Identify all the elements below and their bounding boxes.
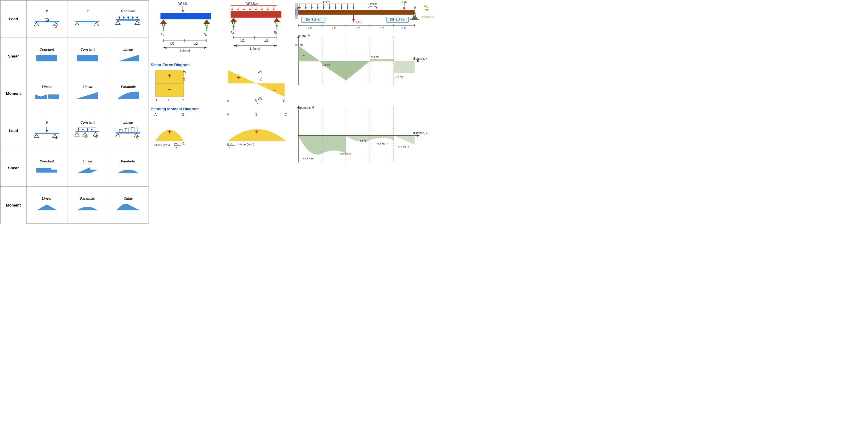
- svg-text:Mmax (kNm): Mmax (kNm): [155, 144, 170, 147]
- label-const-s2c1: Constant: [27, 160, 66, 163]
- svg-rect-23: [36, 55, 57, 61]
- label-const-l2c2: Constant: [68, 121, 107, 124]
- svg-text:A: A: [227, 113, 229, 116]
- svg-marker-22: [135, 21, 140, 25]
- svg-marker-66: [77, 167, 90, 173]
- row-label-shear1: Shear: [1, 38, 27, 75]
- svg-marker-198: [375, 6, 377, 9]
- table-section: Load 0 M: [0, 0, 149, 224]
- svg-marker-47: [74, 132, 79, 136]
- svg-text:C: C: [285, 113, 287, 116]
- svg-text:+: +: [303, 54, 305, 57]
- svg-marker-51: [93, 132, 98, 136]
- cell-moment2-col1: Linear: [26, 186, 67, 224]
- svg-text:WL: WL: [174, 142, 178, 145]
- svg-text:L/2: L/2: [240, 39, 245, 42]
- label-parabolic-m2c2: Parabolic: [68, 197, 107, 200]
- svg-text:─: ─: [259, 100, 261, 103]
- right-analysis-diagram: 5 kN/m 2 kN-m 4 kN A B RA=8.8 kN: [294, 1, 434, 224]
- shape-linear-shear2: [74, 163, 101, 176]
- shape-moment-beam: M: [33, 12, 60, 29]
- svg-marker-98: [237, 9, 239, 11]
- shape-triangular-load: [115, 124, 142, 141]
- svg-marker-32: [45, 130, 48, 133]
- svg-marker-16: [132, 17, 134, 19]
- middle-section: W kN Ra Rc: [149, 0, 292, 224]
- svg-rect-46: [75, 131, 99, 132]
- svg-marker-36: [53, 134, 57, 138]
- shape-parabolic-moment: [115, 89, 142, 102]
- svg-marker-44: [91, 129, 93, 131]
- svg-marker-25: [118, 55, 139, 61]
- svg-text:moment, M: moment, M: [299, 106, 314, 109]
- svg-text:RA=8.8 kN: RA=8.8 kN: [306, 18, 321, 22]
- shape-parabolic-shear: [115, 163, 142, 176]
- cell-moment2-col3: Cubic: [108, 186, 149, 224]
- svg-text:Positive sign: Positive sign: [422, 15, 434, 19]
- svg-marker-18: [136, 17, 138, 19]
- svg-marker-131: [234, 44, 237, 47]
- svg-text:RB=3.2 kN: RB=3.2 kN: [390, 18, 405, 22]
- shape-rect-shear2: [74, 51, 101, 65]
- svg-text:A: A: [155, 113, 157, 116]
- svg-text:2 m: 2 m: [379, 27, 384, 30]
- svg-marker-7: [74, 22, 79, 26]
- svg-text:C: C: [283, 99, 285, 103]
- svg-text:+: +: [425, 8, 427, 11]
- label-const-s2: Constant: [68, 48, 107, 51]
- main-table: Load 0 M: [0, 0, 149, 224]
- svg-text:−: −: [167, 86, 172, 93]
- svg-marker-186: [323, 7, 324, 9]
- shear-title: Shear Force Diagram: [151, 63, 190, 67]
- svg-text:+: +: [167, 72, 172, 79]
- cell-moment2-col2: Parabolic: [67, 186, 108, 224]
- svg-rect-255: [394, 61, 414, 73]
- svg-text:Rc: Rc: [204, 33, 207, 36]
- label-parabolic-m1: Parabolic: [108, 85, 148, 89]
- cell-load1-col2: 0: [67, 1, 108, 38]
- svg-text:0.8 kN: 0.8 kN: [371, 55, 379, 58]
- label-cubic-m2c3: Cubic: [108, 197, 148, 200]
- moment-title: Bending Moment Diagram: [151, 107, 199, 111]
- svg-text:W: W: [183, 70, 186, 74]
- svg-marker-192: [341, 7, 342, 9]
- svg-text:8: 8: [229, 146, 230, 148]
- svg-text:3.2 kN: 3.2 kN: [395, 75, 403, 78]
- main-container: Load 0 M: [0, 0, 434, 224]
- label-0-2: 0: [68, 9, 107, 12]
- svg-marker-21: [116, 21, 120, 25]
- svg-text:B: B: [414, 6, 416, 10]
- cell-moment1-col2: Linear: [67, 75, 108, 112]
- svg-point-48: [85, 136, 87, 137]
- svg-text:L/2: L/2: [170, 42, 175, 45]
- svg-text:4: 4: [176, 146, 177, 148]
- svg-text:2 m: 2 m: [355, 27, 360, 30]
- svg-marker-102: [249, 9, 251, 11]
- svg-marker-132: [274, 44, 277, 47]
- row-label-moment2: Moment: [1, 186, 27, 224]
- left-bmd: + A B C Mmax (kNm) → WL 4: [154, 113, 215, 148]
- svg-marker-4: [53, 22, 58, 26]
- cell-shear1-col3: Linear: [108, 38, 149, 75]
- svg-marker-184: [317, 7, 318, 9]
- svg-text:distance, x: distance, x: [413, 131, 428, 135]
- svg-text:shear, V: shear, V: [299, 34, 310, 37]
- shape-linear-moment2: [33, 200, 60, 214]
- svg-text:B: B: [168, 98, 170, 102]
- label-linear-m2c1: Linear: [27, 197, 66, 200]
- svg-marker-8: [94, 22, 99, 26]
- svg-text:← Mmax (kNm): ← Mmax (kNm): [235, 143, 254, 146]
- cell-shear2-col2: Linear: [67, 149, 108, 186]
- cell-load1-col3: Constant: [108, 1, 149, 38]
- cell-moment1-col1: Linear: [26, 75, 67, 112]
- svg-marker-10: [118, 17, 120, 19]
- label-linear-s1: Linear: [108, 48, 148, 51]
- svg-text:W kN: W kN: [178, 2, 187, 6]
- shape-linear-moment: [74, 89, 101, 102]
- svg-text:2: 2: [183, 77, 185, 81]
- svg-text:C: C: [182, 142, 185, 145]
- cell-shear1-col1: Constant: [26, 38, 67, 75]
- svg-text:2: 2: [260, 77, 261, 81]
- svg-text:WL: WL: [258, 70, 263, 74]
- svg-rect-6: [75, 21, 99, 22]
